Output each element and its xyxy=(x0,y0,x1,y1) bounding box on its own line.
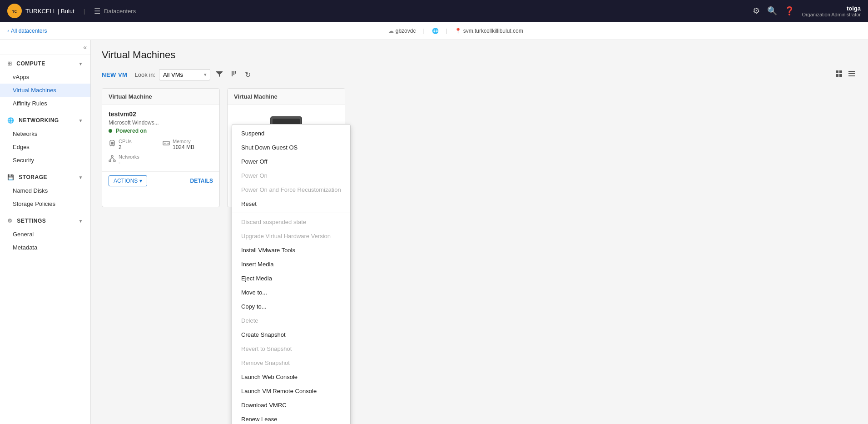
networks-icon xyxy=(109,155,116,164)
sidebar-item-edges[interactable]: Edges xyxy=(0,140,90,154)
svg-text:TC: TC xyxy=(12,10,17,14)
user-name: tolga xyxy=(802,5,861,12)
context-menu-item-download-vmrc[interactable]: Download VMRC xyxy=(232,398,350,412)
context-menu-item-power-on-force: Power On and Force Recustomization xyxy=(232,183,350,197)
compute-section-label: Compute xyxy=(16,60,45,67)
settings-icon: ⚙ xyxy=(7,218,13,224)
settings-chevron: ▼ xyxy=(79,219,83,224)
context-menu-item-renew-lease[interactable]: Renew Lease xyxy=(232,412,350,424)
svg-line-24 xyxy=(112,157,114,160)
sidebar-item-named-disks[interactable]: Named Disks xyxy=(0,184,90,197)
svg-rect-2 xyxy=(836,70,838,73)
location-icon: 📍 xyxy=(455,28,461,34)
context-menu-item-suspend[interactable]: Suspend xyxy=(232,126,350,140)
sidebar-section-storage-header[interactable]: 💾 Storage ▼ xyxy=(0,170,90,184)
list-view-button[interactable] xyxy=(846,68,857,81)
filter-button[interactable] xyxy=(214,68,225,81)
sidebar-section-storage: 💾 Storage ▼ Named Disks Storage Policies xyxy=(0,169,90,212)
networking-icon: 🌐 xyxy=(7,117,15,124)
context-menu-item-upgrade-hardware: Upgrade Virtual Hardware Version xyxy=(232,229,350,243)
vm-card-body-1: testvm02 Microsoft Windows... Powered on xyxy=(102,105,219,171)
breadcrumb-center: ☁ gbzovdc | 🌐 | 📍 svm.turkcellkillibulut… xyxy=(50,28,861,34)
context-menu-item-eject-media[interactable]: Eject Media xyxy=(232,271,350,285)
breadcrumb-separator2: | xyxy=(446,28,447,34)
context-menu-item-insert-media[interactable]: Insert Media xyxy=(232,257,350,271)
context-menu-item-reset[interactable]: Reset xyxy=(232,197,350,211)
hamburger-icon[interactable]: ☰ xyxy=(94,7,100,15)
grid-view-button[interactable] xyxy=(833,68,844,81)
sidebar-section-compute-header[interactable]: ⊞ Compute ▼ xyxy=(0,57,90,70)
svg-point-21 xyxy=(109,160,111,162)
context-menu-item-launch-web-console[interactable]: Launch Web Console xyxy=(232,370,350,384)
vm-os-1: Microsoft Windows... xyxy=(109,120,213,126)
cpu-value: 2 xyxy=(119,144,132,150)
page-title: Virtual Machines xyxy=(102,49,857,61)
sidebar-section-networking-header[interactable]: 🌐 Networking ▼ xyxy=(0,114,90,127)
user-info: tolga Organization Administrator xyxy=(802,5,861,17)
context-menu: Suspend Shut Down Guest OS Power Off Pow… xyxy=(232,124,351,424)
sidebar-item-networks[interactable]: Networks xyxy=(0,127,90,140)
compute-icon: ⊞ xyxy=(7,60,12,67)
svg-line-23 xyxy=(110,157,112,160)
sidebar-item-security[interactable]: Security xyxy=(0,154,90,167)
svg-rect-6 xyxy=(848,71,855,72)
sidebar-item-vapps[interactable]: vApps xyxy=(0,70,90,84)
context-menu-item-remove-snapshot: Remove Snapshot xyxy=(232,356,350,370)
help-button[interactable]: ❓ xyxy=(784,6,794,16)
vm-card-header-1: Virtual Machine xyxy=(102,89,219,105)
look-in-wrapper: All VMs Running VMs Stopped VMs xyxy=(159,69,210,80)
sidebar-section-settings-header[interactable]: ⚙ Settings ▼ xyxy=(0,214,90,228)
back-to-datacenters[interactable]: All datacenters xyxy=(7,28,47,34)
collapse-sidebar-button[interactable]: « xyxy=(83,44,87,51)
navbar-section-label: Datacenters xyxy=(104,8,136,15)
vm-details-button-1[interactable]: DETAILS xyxy=(190,175,213,186)
vm-name-1: testvm02 xyxy=(109,110,213,118)
context-menu-item-power-off[interactable]: Power Off xyxy=(232,155,350,169)
navbar-logo: TC TURKCELL | Bulut xyxy=(7,4,74,18)
sidebar-item-metadata[interactable]: Metadata xyxy=(0,241,90,254)
vm-card-header-2: Virtual Machine xyxy=(228,89,345,105)
sidebar-item-affinity-rules[interactable]: Affinity Rules xyxy=(0,97,90,110)
refresh-button[interactable]: ↻ xyxy=(243,69,253,81)
breadcrumb-bar: All datacenters ☁ gbzovdc | 🌐 | 📍 svm.tu… xyxy=(0,22,868,40)
context-menu-item-copy-to[interactable]: Copy to... xyxy=(232,299,350,314)
vm-status-dot-1 xyxy=(109,129,112,133)
breadcrumb-separator: | xyxy=(423,28,424,34)
vm-resource-memory: Memory 1024 MB xyxy=(163,139,213,150)
user-role: Organization Administrator xyxy=(802,12,861,17)
context-menu-item-revert-snapshot: Revert to Snapshot xyxy=(232,342,350,356)
cpu-icon xyxy=(109,140,116,148)
toolbar: NEW VM Look in: All VMs Running VMs Stop… xyxy=(102,68,857,81)
navbar-section: ☰ Datacenters xyxy=(94,7,136,15)
context-menu-item-move-to[interactable]: Move to... xyxy=(232,285,350,299)
vm-card-footer-1: ACTIONS ▾ DETAILS xyxy=(102,171,219,190)
networking-section-label: Networking xyxy=(19,117,59,124)
vm-actions-button-1[interactable]: ACTIONS ▾ xyxy=(109,175,147,186)
look-in-select[interactable]: All VMs Running VMs Stopped VMs xyxy=(159,69,210,80)
sidebar-item-storage-policies[interactable]: Storage Policies xyxy=(0,197,90,210)
svg-point-22 xyxy=(114,160,115,162)
cloud-icon: ☁ xyxy=(388,28,394,34)
svg-point-20 xyxy=(111,155,113,157)
networks-value: - xyxy=(119,160,139,166)
sort-button[interactable] xyxy=(228,68,239,81)
context-menu-item-shutdown[interactable]: Shut Down Guest OS xyxy=(232,140,350,155)
sidebar-item-general[interactable]: General xyxy=(0,228,90,241)
context-menu-item-launch-vm-remote[interactable]: Launch VM Remote Console xyxy=(232,384,350,398)
svg-rect-10 xyxy=(111,142,114,145)
main-layout: « ⊞ Compute ▼ vApps Virtual Machines Aff… xyxy=(0,40,868,424)
svg-rect-5 xyxy=(839,74,842,77)
search-button[interactable]: 🔍 xyxy=(767,6,777,16)
sidebar-item-virtual-machines[interactable]: Virtual Machines xyxy=(0,84,90,97)
memory-value: 1024 MB xyxy=(173,144,194,150)
svg-rect-4 xyxy=(836,74,838,77)
vm-resources-1: CPUs 2 Memory 1024 MB xyxy=(109,139,213,166)
new-vm-button[interactable]: NEW VM xyxy=(102,71,127,78)
cpu-label: CPUs xyxy=(119,139,132,144)
context-menu-item-power-on: Power On xyxy=(232,169,350,183)
settings-button[interactable]: ⚙ xyxy=(753,6,760,16)
sidebar-section-settings: ⚙ Settings ▼ General Metadata xyxy=(0,212,90,256)
context-menu-item-create-snapshot[interactable]: Create Snapshot xyxy=(232,328,350,342)
context-menu-item-install-vmware-tools[interactable]: Install VMware Tools xyxy=(232,243,350,257)
vm-card-testvm02: Virtual Machine testvm02 Microsoft Windo… xyxy=(102,88,220,207)
